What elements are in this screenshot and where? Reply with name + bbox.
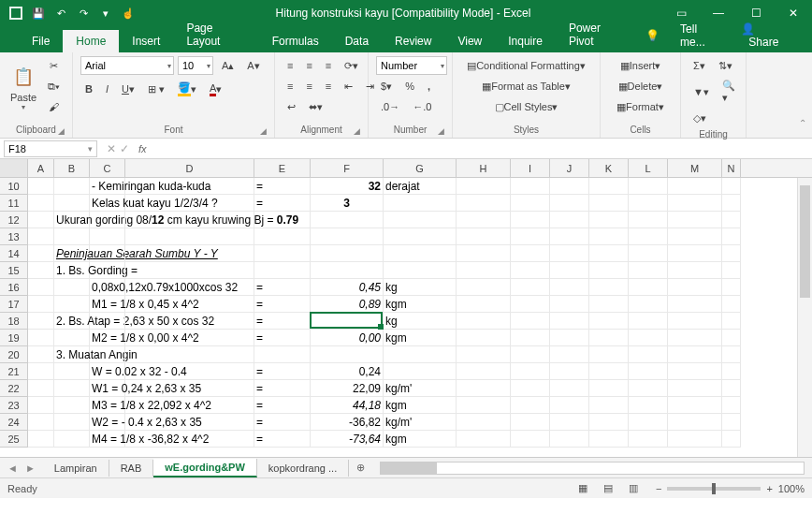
cell[interactable]: 22,09 (311, 380, 384, 397)
horizontal-scrollbar[interactable] (380, 462, 805, 475)
bold-button[interactable]: B (80, 80, 97, 98)
cell[interactable] (54, 414, 90, 431)
cell[interactable] (457, 195, 511, 212)
cell[interactable] (311, 262, 384, 279)
cell[interactable] (54, 228, 90, 245)
cell[interactable] (629, 346, 668, 363)
cell[interactable] (722, 296, 741, 313)
cell[interactable]: W2 = - 0.4 x 2,63 x 35 (90, 414, 125, 431)
cell[interactable]: M4 = 1/8 x -36,82 x 4^2 (90, 431, 125, 448)
cell[interactable] (90, 228, 125, 245)
cell[interactable]: = (254, 178, 311, 195)
cell[interactable]: kgm (384, 296, 457, 313)
cell[interactable] (550, 245, 589, 262)
align-bottom-icon[interactable]: ≡ (321, 56, 336, 75)
cell[interactable] (629, 431, 668, 448)
comma-icon[interactable]: , (423, 77, 435, 95)
row-header[interactable]: 20 (0, 346, 28, 363)
column-header-e[interactable]: E (254, 159, 311, 177)
font-name-select[interactable]: Arial (80, 56, 174, 75)
cell[interactable] (550, 414, 589, 431)
cell[interactable] (589, 262, 629, 279)
zoom-level[interactable]: 100% (778, 483, 805, 494)
cell[interactable] (722, 330, 741, 346)
cell[interactable]: 44,18 (311, 397, 384, 414)
cell[interactable] (384, 212, 457, 228)
new-sheet-icon[interactable]: ⊕ (349, 462, 372, 474)
cell[interactable] (589, 212, 629, 228)
row-header[interactable]: 19 (0, 330, 28, 346)
align-left-icon[interactable]: ≡ (283, 77, 297, 95)
cell[interactable] (54, 363, 90, 380)
font-size-select[interactable]: 10 (178, 56, 213, 75)
cell[interactable] (589, 195, 629, 212)
row-header[interactable]: 10 (0, 178, 28, 195)
cell[interactable]: = (254, 330, 311, 346)
column-header-m[interactable]: M (668, 159, 722, 177)
clear-icon[interactable]: ◇▾ (689, 109, 711, 127)
cell[interactable] (90, 245, 125, 262)
sheet-nav-next-icon[interactable]: ► (22, 463, 39, 474)
cell[interactable] (511, 228, 550, 245)
accounting-format-icon[interactable]: $▾ (376, 77, 397, 95)
cell[interactable] (550, 296, 589, 313)
cell[interactable]: 32 (311, 178, 384, 195)
page-break-view-icon[interactable]: ▥ (622, 481, 645, 494)
cell[interactable] (125, 397, 254, 414)
cell[interactable]: kg (384, 313, 457, 330)
cell[interactable] (457, 414, 511, 431)
cell[interactable] (125, 279, 254, 296)
cell[interactable] (28, 245, 54, 262)
cell[interactable] (511, 397, 550, 414)
cell[interactable] (457, 296, 511, 313)
cell[interactable] (511, 178, 550, 195)
cell[interactable] (550, 431, 589, 448)
cell[interactable] (384, 346, 457, 363)
cell[interactable] (511, 380, 550, 397)
cell[interactable] (589, 346, 629, 363)
column-header-k[interactable]: K (589, 159, 629, 177)
cell[interactable] (668, 313, 722, 330)
number-launcher-icon[interactable]: ◢ (438, 126, 444, 136)
tab-review[interactable]: Review (382, 30, 444, 52)
row-header[interactable]: 21 (0, 363, 28, 380)
cell[interactable] (511, 414, 550, 431)
cell[interactable]: = (254, 431, 311, 448)
row-header[interactable]: 11 (0, 195, 28, 212)
cell[interactable] (589, 431, 629, 448)
undo-icon[interactable]: ↶ (51, 3, 71, 23)
delete-cells-button[interactable]: ▦ Delete ▾ (608, 77, 673, 95)
cell[interactable] (550, 279, 589, 296)
cell[interactable] (457, 279, 511, 296)
page-layout-view-icon[interactable]: ▤ (597, 481, 619, 494)
cell[interactable] (629, 212, 668, 228)
formula-bar-input[interactable] (151, 140, 812, 157)
cell[interactable] (668, 212, 722, 228)
cell[interactable] (28, 380, 54, 397)
cell[interactable] (384, 363, 457, 380)
cell[interactable] (722, 279, 741, 296)
cell[interactable] (722, 431, 741, 448)
cell[interactable] (28, 228, 54, 245)
column-header-f[interactable]: F (311, 159, 384, 177)
column-header-i[interactable]: I (511, 159, 550, 177)
redo-icon[interactable]: ↷ (73, 3, 94, 23)
orientation-icon[interactable]: ⟳▾ (340, 56, 363, 75)
cut-icon[interactable]: ✂ (43, 56, 65, 75)
share-button[interactable]: 👤 Share (733, 19, 805, 52)
cell[interactable]: = (254, 380, 311, 397)
column-header-g[interactable]: G (384, 159, 457, 177)
cell[interactable]: kg/m' (384, 414, 457, 431)
cell[interactable] (550, 313, 589, 330)
row-header[interactable]: 15 (0, 262, 28, 279)
cell[interactable] (457, 212, 511, 228)
cell[interactable]: = (254, 279, 311, 296)
cell[interactable]: M1 = 1/8 x 0,45 x 4^2 (90, 296, 125, 313)
cell[interactable] (457, 363, 511, 380)
cell[interactable] (457, 262, 511, 279)
cell[interactable] (668, 279, 722, 296)
cell[interactable] (54, 431, 90, 448)
cell[interactable]: = (254, 397, 311, 414)
cell[interactable] (589, 228, 629, 245)
cell[interactable] (457, 313, 511, 330)
